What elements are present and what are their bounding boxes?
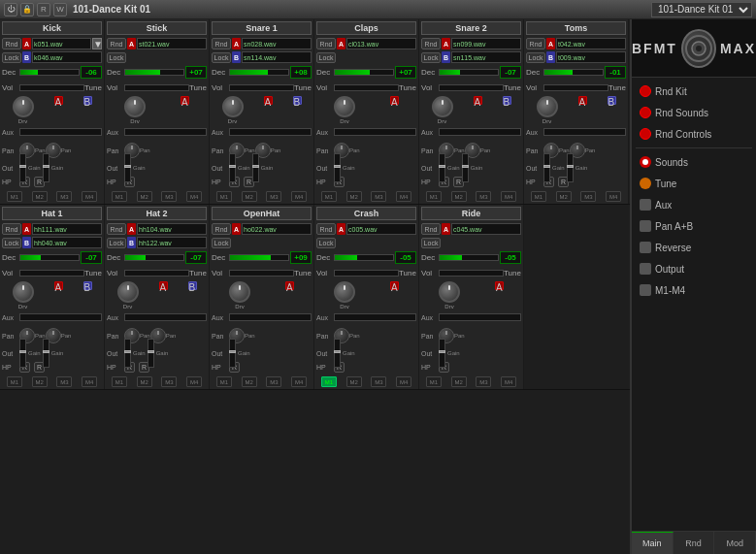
- tab-mod[interactable]: Mod: [714, 532, 756, 554]
- option-sounds[interactable]: Sounds: [636, 152, 752, 172]
- crash-m1[interactable]: M1: [321, 376, 337, 387]
- kick-dec-bar[interactable]: [19, 69, 80, 76]
- ride-m3[interactable]: M3: [476, 376, 491, 387]
- snare2-m3[interactable]: M3: [476, 191, 491, 202]
- hat1-m4[interactable]: M4: [82, 376, 97, 387]
- snare2-a-btn[interactable]: A: [474, 96, 482, 105]
- hat2-aux-fader[interactable]: [124, 313, 207, 321]
- option-output[interactable]: Output: [636, 259, 752, 278]
- toms-a-btn[interactable]: A: [578, 96, 587, 105]
- ride-m2[interactable]: M2: [451, 376, 467, 387]
- hat2-lock[interactable]: Lock: [107, 238, 126, 248]
- option-pan-ab[interactable]: Pan A+B: [636, 216, 752, 236]
- toms-dec-bar[interactable]: [543, 69, 604, 76]
- claps-lock[interactable]: Lock: [316, 52, 336, 63]
- claps-m1[interactable]: M1: [321, 191, 337, 202]
- kick-vol-bar[interactable]: [19, 84, 84, 91]
- toms-m2[interactable]: M2: [556, 191, 572, 202]
- claps-m3[interactable]: M3: [371, 191, 386, 202]
- hat1-rnd[interactable]: Rnd: [2, 223, 21, 235]
- toms-m3[interactable]: M3: [580, 191, 596, 202]
- kick-drv-knob[interactable]: [13, 96, 34, 117]
- crash-aux-fader[interactable]: [334, 313, 416, 321]
- ride-a-btn[interactable]: A: [495, 281, 504, 290]
- claps-drv-knob[interactable]: [334, 96, 355, 117]
- lock-icon[interactable]: 🔒: [20, 3, 34, 16]
- snare1-m3[interactable]: M3: [266, 191, 281, 202]
- snare1-m4[interactable]: M4: [291, 191, 307, 202]
- toms-b-btn[interactable]: B: [608, 96, 616, 105]
- snare1-m1[interactable]: M1: [216, 191, 232, 202]
- openhat-m2[interactable]: M2: [242, 376, 257, 387]
- option-rnd-controls[interactable]: Rnd Controls: [636, 124, 752, 144]
- crash-lock[interactable]: Lock: [316, 238, 336, 248]
- snare2-lock[interactable]: Lock: [421, 52, 441, 63]
- crash-rnd[interactable]: Rnd: [316, 223, 336, 235]
- claps-m4[interactable]: M4: [396, 191, 411, 202]
- ride-gain[interactable]: [439, 339, 445, 368]
- claps-rnd[interactable]: Rnd: [316, 38, 336, 49]
- stick-m2[interactable]: M2: [137, 191, 152, 202]
- hat1-b-btn[interactable]: B: [83, 281, 92, 290]
- preset-dropdown[interactable]: 101-Dance Kit 01: [651, 2, 752, 17]
- crash-a-btn[interactable]: A: [390, 281, 399, 290]
- snare1-gain-b[interactable]: [252, 153, 259, 182]
- kick-gain-a[interactable]: [19, 153, 26, 182]
- ride-m1[interactable]: M1: [426, 376, 442, 387]
- hat2-m3[interactable]: M3: [161, 376, 177, 387]
- hat1-gain-a[interactable]: [19, 339, 26, 368]
- openhat-lock[interactable]: Lock: [212, 238, 231, 248]
- snare1-b-btn[interactable]: B: [293, 96, 302, 105]
- snare2-gain-b[interactable]: [462, 153, 469, 182]
- crash-m3[interactable]: M3: [371, 376, 386, 387]
- snare2-m1[interactable]: M1: [426, 191, 442, 202]
- snare1-m2[interactable]: M2: [242, 191, 257, 202]
- kick-m2[interactable]: M2: [32, 191, 48, 202]
- ride-drv-knob[interactable]: [439, 281, 460, 303]
- hat2-m2[interactable]: M2: [137, 376, 152, 387]
- hat1-a-btn[interactable]: A: [54, 281, 63, 290]
- snare2-gain-a[interactable]: [439, 153, 445, 182]
- option-tune[interactable]: Tune: [636, 174, 752, 193]
- snare1-gain-a[interactable]: [229, 153, 236, 182]
- stick-drv-knob[interactable]: [124, 96, 146, 117]
- hat2-a-btn[interactable]: A: [159, 281, 168, 290]
- snare1-dec-bar[interactable]: [229, 69, 289, 76]
- stick-gain[interactable]: [124, 153, 131, 182]
- snare2-m4[interactable]: M4: [501, 191, 516, 202]
- hat2-drv-knob[interactable]: [117, 281, 139, 303]
- option-m1m4[interactable]: M1-M4: [636, 280, 752, 300]
- option-reverse[interactable]: Reverse: [636, 238, 752, 257]
- snare2-drv-knob[interactable]: [432, 96, 453, 117]
- hat2-m4[interactable]: M4: [186, 376, 202, 387]
- tab-rnd[interactable]: Rnd: [674, 532, 715, 554]
- option-rnd-kit[interactable]: Rnd Kit: [636, 81, 752, 101]
- ride-dec-bar[interactable]: [439, 254, 499, 261]
- hat2-rnd[interactable]: Rnd: [107, 223, 126, 235]
- hat2-gain-b[interactable]: [148, 339, 154, 368]
- snare2-rnd[interactable]: Rnd: [421, 38, 441, 49]
- crash-m2[interactable]: M2: [346, 376, 362, 387]
- stick-a-btn[interactable]: A: [181, 96, 189, 105]
- hat1-aux-fader[interactable]: [19, 313, 102, 321]
- stick-dec-bar[interactable]: [124, 69, 184, 76]
- kick-aux-fader[interactable]: [19, 128, 102, 136]
- tab-main[interactable]: Main: [632, 532, 674, 554]
- snare1-drv-knob[interactable]: [222, 96, 244, 117]
- openhat-aux-fader[interactable]: [229, 313, 312, 321]
- crash-dec-bar[interactable]: [334, 254, 394, 261]
- toms-m1[interactable]: M1: [531, 191, 546, 202]
- kick-m4[interactable]: M4: [82, 191, 97, 202]
- toms-m4[interactable]: M4: [606, 191, 621, 202]
- kick-a-btn[interactable]: A: [54, 96, 63, 105]
- stick-lock[interactable]: Lock: [107, 52, 126, 63]
- openhat-drv-knob[interactable]: [229, 281, 250, 303]
- crash-m4[interactable]: M4: [396, 376, 411, 387]
- snare1-aux-fader[interactable]: [229, 128, 312, 136]
- hat1-drv-knob[interactable]: [13, 281, 34, 303]
- option-aux[interactable]: Aux: [636, 195, 752, 214]
- openhat-dec-bar[interactable]: [229, 254, 289, 261]
- snare2-b-btn[interactable]: B: [503, 96, 511, 105]
- hat1-m1[interactable]: M1: [7, 376, 22, 387]
- ride-rnd[interactable]: Rnd: [421, 223, 441, 235]
